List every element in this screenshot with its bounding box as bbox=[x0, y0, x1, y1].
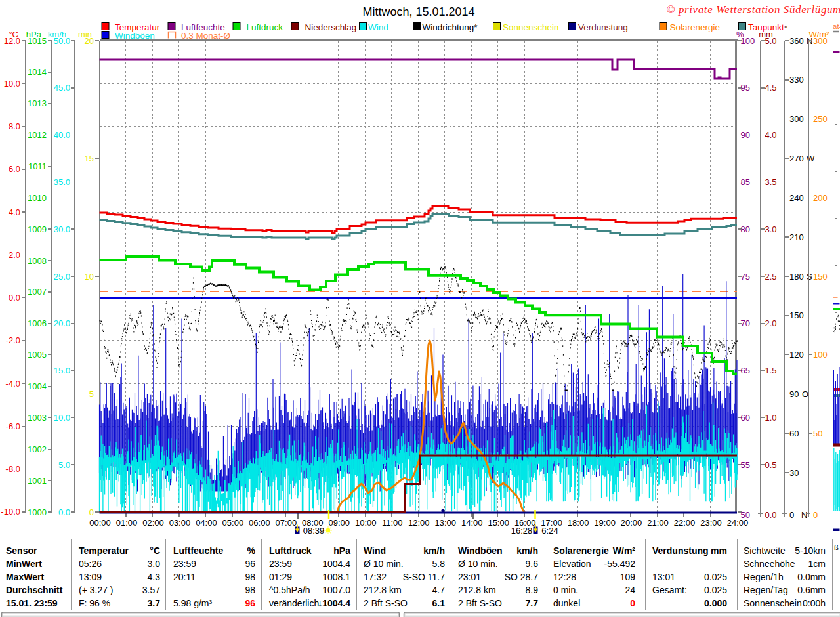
svg-text:km/h: km/h bbox=[516, 545, 538, 556]
svg-text:Ø 10 min.: Ø 10 min. bbox=[458, 559, 498, 569]
svg-text:mm: mm bbox=[711, 545, 727, 556]
svg-text:04:00: 04:00 bbox=[196, 518, 217, 528]
svg-text:Windrichtung*: Windrichtung* bbox=[423, 22, 478, 32]
svg-text:70: 70 bbox=[741, 318, 750, 328]
svg-text:98: 98 bbox=[245, 572, 255, 582]
svg-text:24:00: 24:00 bbox=[727, 518, 749, 528]
svg-text:20:00: 20:00 bbox=[621, 518, 642, 528]
svg-text:00:00: 00:00 bbox=[89, 518, 111, 528]
svg-text:4.3: 4.3 bbox=[148, 572, 161, 582]
svg-text:0: 0 bbox=[630, 598, 635, 608]
svg-text:0.0: 0.0 bbox=[765, 510, 777, 520]
svg-text:°C: °C bbox=[150, 545, 160, 556]
svg-text:1cm: 1cm bbox=[808, 559, 826, 569]
svg-text:Verdunstung: Verdunstung bbox=[578, 22, 628, 32]
svg-text:300: 300 bbox=[789, 114, 804, 124]
svg-text:Sonnenschein: Sonnenschein bbox=[744, 598, 802, 608]
svg-text:1.5: 1.5 bbox=[765, 366, 777, 375]
svg-text:1001: 1001 bbox=[28, 476, 47, 486]
svg-text:veränderlich: veränderlich bbox=[269, 598, 319, 608]
svg-text:-10.0: -10.0 bbox=[1, 507, 20, 517]
svg-text:01:00: 01:00 bbox=[116, 518, 138, 528]
svg-text:109: 109 bbox=[620, 572, 636, 582]
svg-text:Luftfeuchte: Luftfeuchte bbox=[173, 545, 223, 556]
svg-text:07:00: 07:00 bbox=[276, 518, 297, 528]
svg-text:Temperatur: Temperatur bbox=[79, 545, 129, 556]
svg-text:23:59: 23:59 bbox=[173, 559, 196, 569]
svg-text:1011: 1011 bbox=[28, 161, 47, 171]
svg-text:45.0: 45.0 bbox=[54, 83, 70, 93]
svg-text:19:00: 19:00 bbox=[594, 518, 616, 528]
svg-text:250: 250 bbox=[813, 114, 828, 124]
svg-text:N: N bbox=[801, 510, 807, 520]
svg-text:°: ° bbox=[784, 24, 788, 33]
svg-text:S-SO 11.7: S-SO 11.7 bbox=[403, 572, 446, 582]
svg-text:23:01: 23:01 bbox=[458, 572, 481, 582]
svg-text:0:00h: 0:00h bbox=[803, 598, 826, 608]
svg-text:11:00: 11:00 bbox=[382, 518, 403, 528]
svg-text:65: 65 bbox=[741, 366, 750, 375]
svg-text:20.0: 20.0 bbox=[54, 318, 70, 328]
svg-text:F: 96 %: F: 96 % bbox=[79, 598, 110, 608]
svg-text:1010: 1010 bbox=[28, 193, 47, 203]
svg-text:4.5: 4.5 bbox=[765, 83, 777, 93]
svg-text:-8.0: -8.0 bbox=[6, 464, 20, 474]
svg-text:25.0: 25.0 bbox=[54, 272, 70, 282]
svg-text:55: 55 bbox=[741, 460, 750, 470]
svg-text:24: 24 bbox=[625, 585, 635, 595]
svg-text:Wind: Wind bbox=[368, 22, 388, 32]
svg-text:270: 270 bbox=[789, 154, 804, 163]
svg-text:0.6mm: 0.6mm bbox=[797, 585, 826, 595]
svg-text:100: 100 bbox=[813, 350, 828, 360]
svg-text:75: 75 bbox=[741, 272, 750, 282]
svg-text:3.0: 3.0 bbox=[765, 224, 777, 234]
svg-text:↓1004.4: ↓1004.4 bbox=[318, 598, 350, 608]
svg-text:23:00: 23:00 bbox=[700, 518, 722, 528]
svg-text:2 Bft S-SO: 2 Bft S-SO bbox=[458, 598, 502, 608]
svg-text:MinWert: MinWert bbox=[6, 559, 42, 569]
svg-text:1012: 1012 bbox=[28, 130, 47, 140]
svg-text:98: 98 bbox=[245, 585, 255, 595]
svg-text:09:00: 09:00 bbox=[329, 518, 350, 528]
svg-text:7.7: 7.7 bbox=[526, 598, 539, 608]
svg-text:12:28: 12:28 bbox=[553, 572, 576, 582]
svg-text:-2.0: -2.0 bbox=[6, 335, 20, 345]
svg-text:150: 150 bbox=[813, 272, 828, 282]
svg-text:km/h: km/h bbox=[423, 545, 445, 556]
svg-text:30: 30 bbox=[789, 468, 799, 478]
svg-text:90: 90 bbox=[741, 130, 750, 140]
svg-text:Mittwoch, 15.01.2014: Mittwoch, 15.01.2014 bbox=[362, 5, 474, 18]
svg-text:0.0: 0.0 bbox=[58, 507, 70, 517]
svg-text:-4.0: -4.0 bbox=[6, 379, 20, 389]
svg-text:3.7: 3.7 bbox=[148, 598, 161, 608]
svg-text:96: 96 bbox=[245, 598, 255, 608]
svg-text:0: 0 bbox=[89, 507, 94, 517]
svg-text:17:32: 17:32 bbox=[364, 572, 387, 582]
svg-text:12:00: 12:00 bbox=[408, 518, 430, 528]
svg-text:0 min.: 0 min. bbox=[553, 585, 578, 595]
svg-text:60: 60 bbox=[741, 413, 750, 423]
svg-text:08:39: 08:39 bbox=[303, 526, 325, 536]
svg-text:(+ 3.27 ): (+ 3.27 ) bbox=[79, 585, 114, 595]
svg-text:0.5: 0.5 bbox=[765, 460, 777, 470]
svg-text:1013: 1013 bbox=[28, 98, 47, 108]
svg-text:212.8 km: 212.8 km bbox=[364, 585, 402, 595]
svg-text:© private Wetterstation Süderl: © private Wetterstation Süderlügum bbox=[667, 3, 840, 16]
svg-text:4.0: 4.0 bbox=[9, 207, 20, 217]
svg-text:3.57: 3.57 bbox=[142, 585, 160, 595]
svg-text:Luftdruck: Luftdruck bbox=[247, 22, 284, 32]
svg-text:%: % bbox=[736, 30, 744, 39]
svg-text:5.0: 5.0 bbox=[58, 460, 70, 470]
svg-text:35.0: 35.0 bbox=[54, 177, 70, 187]
svg-text:60: 60 bbox=[789, 429, 799, 438]
svg-text:10: 10 bbox=[85, 272, 94, 282]
svg-text:50: 50 bbox=[813, 429, 822, 438]
svg-text:1002: 1002 bbox=[28, 444, 47, 454]
svg-text:90: 90 bbox=[789, 389, 799, 399]
svg-text:W: W bbox=[807, 154, 815, 163]
svg-text:0.025: 0.025 bbox=[704, 585, 727, 595]
svg-text:Elevation: Elevation bbox=[553, 559, 591, 569]
svg-text:at-: at- bbox=[833, 22, 840, 30]
svg-text:15:00: 15:00 bbox=[488, 518, 509, 528]
svg-text:Durchschnitt: Durchschnitt bbox=[6, 585, 63, 595]
